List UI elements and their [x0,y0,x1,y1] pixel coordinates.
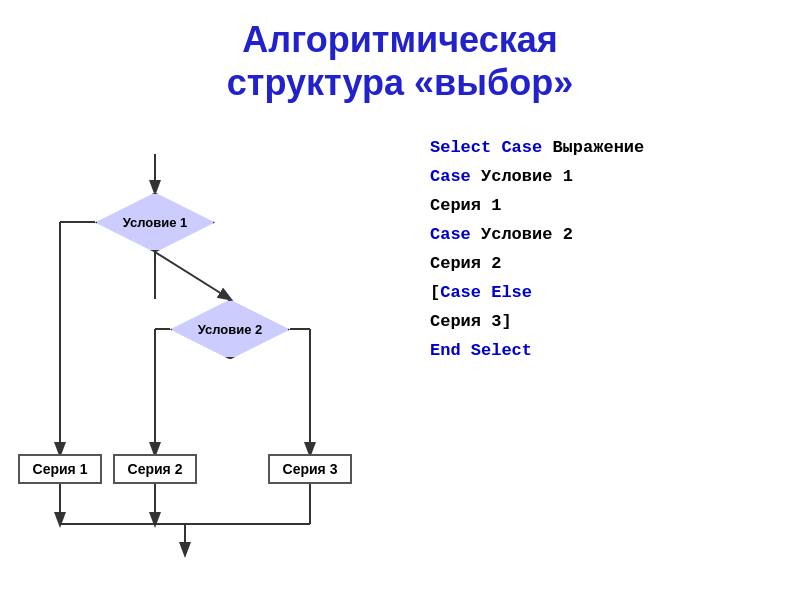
code-line-8: End Select [430,337,644,366]
page-title: Алгоритмическая структура «выбор» [0,0,800,104]
code-line-7: Серия 3] [430,308,644,337]
code-line-5: Серия 2 [430,250,644,279]
code-line-4: Case Условие 2 [430,221,644,250]
code-line-3: Серия 1 [430,192,644,221]
rect-seria3: Серия 3 [268,454,352,484]
rect-seria1: Серия 1 [18,454,102,484]
code-line-6: [Case Else [430,279,644,308]
rect-seria2: Серия 2 [113,454,197,484]
code-line-2: Case Условие 1 [430,163,644,192]
code-panel: Select Case Выражение Case Условие 1 Сер… [430,134,644,584]
svg-line-4 [155,252,230,299]
code-line-1: Select Case Выражение [430,134,644,163]
flowchart: Условие 1 Условие 2 Серия 1 Серия 2 Сери… [0,124,420,584]
